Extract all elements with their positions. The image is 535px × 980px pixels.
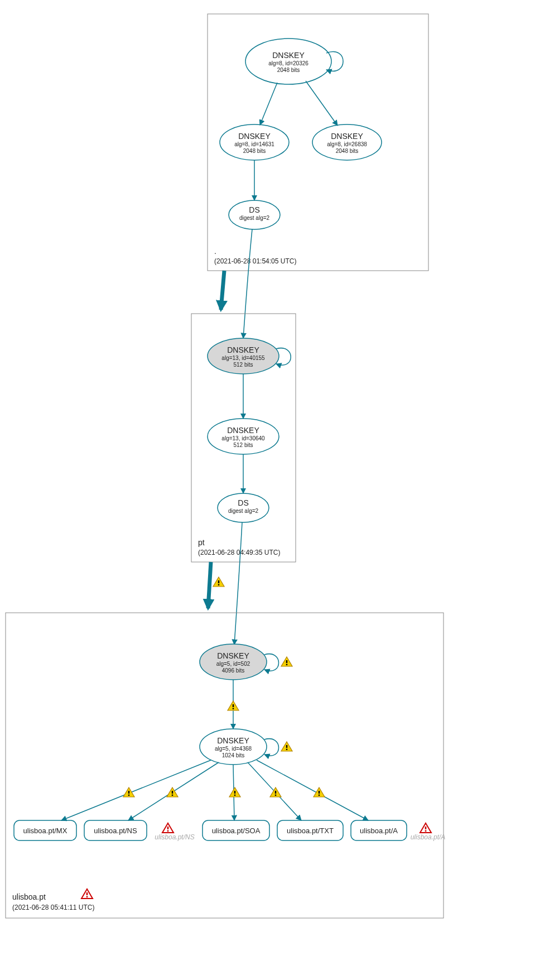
svg-text:DNSKEY: DNSKEY	[331, 132, 363, 141]
node-root-ksk[interactable]: DNSKEY alg=8, id=20326 2048 bits	[245, 39, 331, 84]
svg-text:ulisboa.pt/TXT: ulisboa.pt/TXT	[287, 827, 334, 835]
edge-rootksk-zsk1	[260, 83, 277, 125]
svg-text:512 bits: 512 bits	[233, 442, 253, 448]
zone-root: . (2021-06-28 01:54:05 UTC) DNSKEY alg=8…	[208, 14, 428, 271]
svg-text:DNSKEY: DNSKEY	[227, 426, 259, 435]
svg-text:2048 bits: 2048 bits	[277, 67, 300, 73]
svg-text:DS: DS	[249, 205, 259, 214]
zone-ulisboa: ulisboa.pt (2021-06-28 05:41:11 UTC) DNS…	[6, 613, 445, 918]
svg-text:1024 bits: 1024 bits	[222, 752, 245, 758]
error-icon	[420, 823, 431, 833]
svg-text:DNSKEY: DNSKEY	[272, 51, 305, 60]
zone-ulisboa-label: ulisboa.pt	[12, 892, 46, 901]
edge-rootksk-zsk2	[306, 81, 338, 126]
svg-text:ulisboa.pt/SOA: ulisboa.pt/SOA	[212, 827, 261, 835]
error-icon	[81, 889, 93, 899]
warning-icon	[281, 657, 292, 666]
record-ns[interactable]: ulisboa.pt/NS	[84, 820, 147, 840]
record-txt[interactable]: ulisboa.pt/TXT	[277, 820, 343, 840]
node-pt-ds[interactable]: DS digest alg=2	[218, 493, 269, 522]
warning-icon	[213, 577, 224, 587]
svg-text:2048 bits: 2048 bits	[243, 148, 266, 154]
svg-text:DS: DS	[238, 498, 248, 507]
svg-text:alg=8, id=26838: alg=8, id=26838	[327, 141, 367, 147]
record-mx[interactable]: ulisboa.pt/MX	[14, 820, 76, 840]
node-root-zsk-26838[interactable]: DNSKEY alg=8, id=26838 2048 bits	[312, 124, 382, 160]
svg-text:DNSKEY: DNSKEY	[238, 132, 271, 141]
warning-icon	[281, 742, 292, 751]
node-pt-zsk[interactable]: DNSKEY alg=13, id=30640 512 bits	[208, 419, 279, 454]
zone-ulisboa-time: (2021-06-28 05:41:11 UTC)	[12, 904, 94, 911]
zone-root-time: (2021-06-28 01:54:05 UTC)	[214, 257, 296, 265]
svg-text:DNSKEY: DNSKEY	[217, 736, 249, 745]
svg-text:4096 bits: 4096 bits	[222, 667, 245, 674]
dnssec-graph: . (2021-06-28 01:54:05 UTC) DNSKEY alg=8…	[0, 0, 535, 980]
record-soa[interactable]: ulisboa.pt/SOA	[203, 820, 269, 840]
zone-pt-time: (2021-06-28 04:49:35 UTC)	[198, 549, 280, 556]
svg-text:ulisboa.pt/NS: ulisboa.pt/NS	[94, 827, 137, 835]
svg-text:digest alg=2: digest alg=2	[228, 508, 259, 514]
node-root-zsk-14631[interactable]: DNSKEY alg=8, id=14631 2048 bits	[220, 124, 289, 160]
svg-text:alg=5, id=4368: alg=5, id=4368	[215, 746, 252, 752]
svg-text:ulisboa.pt/A: ulisboa.pt/A	[360, 827, 398, 835]
svg-text:alg=13, id=40155: alg=13, id=40155	[221, 355, 265, 361]
record-a[interactable]: ulisboa.pt/A	[351, 820, 407, 840]
svg-text:alg=8, id=14631: alg=8, id=14631	[234, 141, 274, 147]
svg-text:512 bits: 512 bits	[233, 362, 253, 368]
ghost-a: ulisboa.pt/A	[411, 833, 446, 841]
edge-ulzsk-mx	[61, 760, 211, 820]
svg-text:2048 bits: 2048 bits	[336, 148, 359, 154]
zone-pt-label: pt	[198, 538, 205, 547]
warning-icon	[123, 787, 134, 797]
svg-text:DNSKEY: DNSKEY	[217, 651, 249, 660]
edge-ptds-ulksk	[234, 522, 242, 645]
node-pt-ksk[interactable]: DNSKEY alg=13, id=40155 512 bits	[208, 338, 279, 374]
svg-text:alg=8, id=20326: alg=8, id=20326	[268, 60, 309, 66]
warning-icon	[167, 787, 178, 797]
svg-text:alg=13, id=30640: alg=13, id=30640	[221, 435, 265, 441]
warning-icon	[229, 787, 240, 797]
svg-text:alg=5, id=502: alg=5, id=502	[216, 661, 250, 667]
zone-root-label: .	[214, 247, 216, 256]
delegation-root-pt	[221, 271, 224, 310]
node-ulisboa-ksk[interactable]: DNSKEY alg=5, id=502 4096 bits	[200, 644, 267, 680]
delegation-pt-ulisboa	[208, 562, 211, 608]
node-root-ds[interactable]: DS digest alg=2	[229, 200, 280, 229]
ghost-ns: ulisboa.pt/NS	[155, 833, 194, 841]
error-icon	[162, 823, 173, 833]
svg-text:digest alg=2: digest alg=2	[239, 215, 270, 221]
svg-text:DNSKEY: DNSKEY	[227, 345, 259, 354]
edge-rootds-ptksk	[243, 229, 252, 338]
warning-icon	[228, 701, 239, 710]
node-ulisboa-zsk[interactable]: DNSKEY alg=5, id=4368 1024 bits	[200, 729, 267, 765]
zone-pt: pt (2021-06-28 04:49:35 UTC) DNSKEY alg=…	[191, 314, 296, 562]
svg-text:ulisboa.pt/MX: ulisboa.pt/MX	[23, 827, 68, 835]
